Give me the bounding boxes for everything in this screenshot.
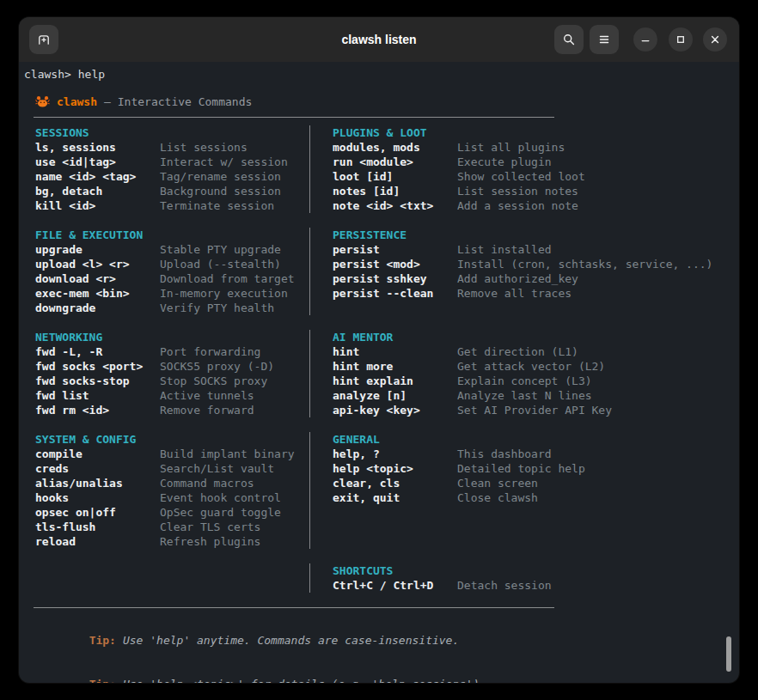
command-name: clear, cls xyxy=(333,476,457,490)
command-description: Event hook control xyxy=(160,491,281,504)
crab-icon xyxy=(35,95,50,108)
command-row: help <topic>Detailed topic help xyxy=(333,461,734,476)
minimize-button[interactable] xyxy=(633,27,657,52)
command-row: hooksEvent hook control xyxy=(35,490,309,505)
command-name: hooks xyxy=(35,490,160,505)
search-button[interactable] xyxy=(554,25,584,54)
command-name: name <id> <tag> xyxy=(35,169,160,184)
new-tab-button[interactable] xyxy=(29,25,58,54)
section-ai-mentor: AI MENTORhintGet direction (L1)hint more… xyxy=(309,330,734,417)
command-row: download <r>Download from target xyxy=(35,271,309,286)
section-title-persistence: PERSISTENCE xyxy=(333,228,734,242)
command-description: Tag/rename session xyxy=(160,170,281,183)
command-row: fwd -L, -RPort forwarding xyxy=(35,344,309,359)
new-tab-icon xyxy=(37,33,51,46)
command-row: Ctrl+C / Ctrl+DDetach session xyxy=(333,578,734,593)
titlebar[interactable]: clawsh listen xyxy=(19,17,739,62)
command-description: List sessions xyxy=(160,141,248,154)
command-row: alias/unaliasCommand macros xyxy=(35,476,309,490)
maximize-button[interactable] xyxy=(669,27,693,52)
command-name: persist --clean xyxy=(333,286,457,301)
command-name: use <id|tag> xyxy=(35,155,160,169)
command-name: help, ? xyxy=(333,447,457,461)
search-icon xyxy=(562,33,576,46)
menu-button[interactable] xyxy=(590,25,619,54)
command-name: persist <mod> xyxy=(333,257,457,271)
command-row: compileBuild implant binary xyxy=(35,447,309,461)
section-title-sessions: SESSIONS xyxy=(35,125,309,140)
section-shortcuts: SHORTCUTSCtrl+C / Ctrl+DDetach session xyxy=(309,563,734,593)
terminal-screen[interactable]: clawsh>help clawsh — Interactive Command… xyxy=(19,62,739,683)
command-row: persist sshkeyAdd authorized_key xyxy=(333,271,734,286)
entered-command: help xyxy=(78,68,105,81)
section-networking: NETWORKINGfwd -L, -RPort forwardingfwd s… xyxy=(35,330,309,417)
command-name: exec-mem <bin> xyxy=(35,286,160,301)
command-name: tls-flush xyxy=(35,520,160,534)
command-description: Set AI Provider API Key xyxy=(457,404,612,417)
command-description: Detailed topic help xyxy=(457,462,585,475)
app-name: clawsh xyxy=(57,94,97,109)
command-row: api-key <key>Set AI Provider API Key xyxy=(333,403,734,417)
command-description: Explain concept (L3) xyxy=(457,374,592,387)
command-description: Get attack vector (L2) xyxy=(457,360,605,373)
banner-separator: — xyxy=(104,94,111,109)
command-name: reload xyxy=(35,534,160,549)
command-description: Search/List vault xyxy=(160,462,274,475)
command-row: hintGet direction (L1) xyxy=(333,344,734,359)
command-description: Port forwarding xyxy=(160,345,260,358)
grid-row: FILE & EXECUTIONupgradeStable PTY upgrad… xyxy=(35,228,734,315)
command-name: alias/unalias xyxy=(35,476,160,490)
tip-label: Tip: xyxy=(89,678,116,683)
left-column-cell xyxy=(35,563,309,593)
command-name: fwd socks-stop xyxy=(35,374,160,388)
banner-rule xyxy=(34,117,554,118)
command-description: SOCKS5 proxy (-D) xyxy=(160,360,274,373)
command-row: hint explainExplain concept (L3) xyxy=(333,374,734,388)
command-name: upgrade xyxy=(35,242,160,257)
command-description: Remove forward xyxy=(160,404,254,417)
section-file-execution: FILE & EXECUTIONupgradeStable PTY upgrad… xyxy=(35,228,309,315)
command-row: kill <id>Terminate session xyxy=(35,198,309,213)
section-title-networking: NETWORKING xyxy=(35,330,309,344)
section-sessions: SESSIONSls, sessionsList sessionsuse <id… xyxy=(35,125,309,213)
banner: clawsh — Interactive Commands xyxy=(35,94,734,109)
command-description: Terminate session xyxy=(160,199,274,212)
command-row: downgradeVerify PTY health xyxy=(35,301,309,315)
command-description: Add authorized_key xyxy=(457,272,578,285)
command-description: Refresh plugins xyxy=(160,535,260,548)
command-name: fwd -L, -R xyxy=(35,344,160,359)
command-row: upgradeStable PTY upgrade xyxy=(35,242,309,257)
command-description: OpSec guard toggle xyxy=(160,506,281,519)
shell-prompt: clawsh> xyxy=(24,68,71,81)
command-name: fwd rm <id> xyxy=(35,403,160,417)
scrollbar-thumb[interactable] xyxy=(726,636,731,672)
command-name: note <id> <txt> xyxy=(333,198,457,213)
tips: Tip:Use 'help' anytime. Commands are cas… xyxy=(35,618,734,683)
command-name: fwd list xyxy=(35,388,160,403)
command-row: persistList installed xyxy=(333,242,734,257)
command-description: Verify PTY health xyxy=(160,301,274,314)
command-row: opsec on|offOpSec guard toggle xyxy=(35,505,309,520)
section-title-ai-mentor: AI MENTOR xyxy=(333,330,734,344)
close-button[interactable] xyxy=(703,27,727,52)
command-name: bg, detach xyxy=(35,184,160,198)
section-system-config: SYSTEM & CONFIGcompileBuild implant bina… xyxy=(35,432,309,549)
section-title-general: GENERAL xyxy=(333,432,734,447)
command-description: Upload (--stealth) xyxy=(160,258,281,271)
command-description: List installed xyxy=(457,243,552,256)
section-title-file-execution: FILE & EXECUTION xyxy=(35,228,309,242)
command-name: modules, mods xyxy=(333,140,457,155)
command-name: run <module> xyxy=(333,155,457,169)
command-row: fwd listActive tunnels xyxy=(35,388,309,403)
command-description: Add a session note xyxy=(457,199,578,212)
command-description: Detach session xyxy=(457,579,552,592)
command-row: notes [id]List session notes xyxy=(333,184,734,198)
command-name: help <topic> xyxy=(333,461,457,476)
section-plugins-loot: PLUGINS & LOOTmodules, modsList all plug… xyxy=(309,125,734,213)
command-row: reloadRefresh plugins xyxy=(35,534,309,549)
footer-rule xyxy=(34,607,554,608)
command-name: Ctrl+C / Ctrl+D xyxy=(333,578,457,593)
command-row: ls, sessionsList sessions xyxy=(35,140,309,155)
command-description: In-memory execution xyxy=(160,287,288,300)
command-description: Execute plugin xyxy=(457,155,552,168)
